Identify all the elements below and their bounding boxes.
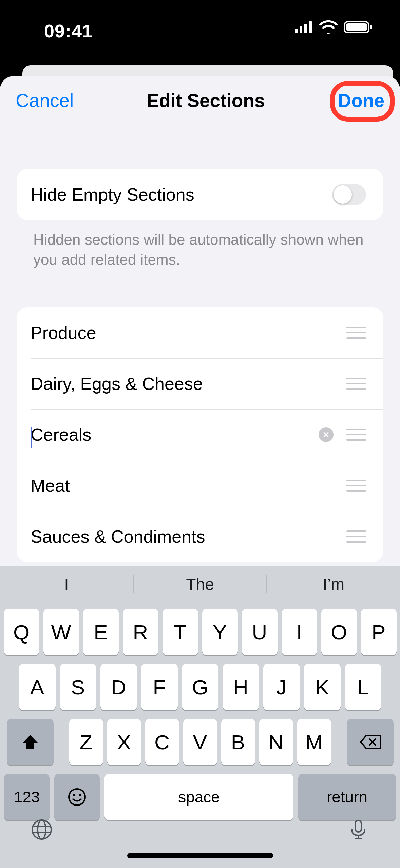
key-w[interactable]: W [43, 609, 79, 655]
status-time: 09:41 [44, 20, 93, 41]
drag-handle-icon[interactable] [346, 378, 366, 390]
nav-bar: Cancel Edit Sections Done [0, 76, 400, 111]
key-y[interactable]: Y [202, 609, 238, 655]
svg-rect-6 [370, 25, 372, 29]
key-c[interactable]: C [145, 719, 179, 765]
key-n[interactable]: N [259, 719, 293, 765]
section-row[interactable]: Dairy, Eggs & Cheese [17, 358, 383, 409]
prediction[interactable]: I [0, 575, 133, 594]
section-name-input[interactable] [31, 424, 319, 445]
drag-handle-icon[interactable] [346, 327, 366, 339]
key-f[interactable]: F [141, 664, 178, 710]
section-row[interactable]: Produce [17, 307, 383, 358]
svg-point-8 [73, 794, 75, 796]
prediction[interactable]: I’m [267, 575, 400, 594]
toggle-knob [334, 185, 352, 204]
text-cursor [31, 427, 32, 448]
key-i[interactable]: I [282, 609, 317, 655]
keyboard-row-2: A S D F G H J K L [3, 664, 397, 710]
section-name: Produce [31, 323, 346, 343]
status-icons [295, 20, 373, 34]
mic-icon[interactable] [347, 818, 369, 841]
key-h[interactable]: H [223, 664, 259, 710]
sections-list: Produce Dairy, Eggs & Cheese Meat Sau [17, 307, 383, 562]
svg-point-7 [69, 789, 85, 805]
svg-rect-1 [300, 26, 302, 33]
status-bar: 09:41 [0, 0, 400, 61]
home-indicator[interactable] [127, 853, 273, 858]
keyboard-row-1: Q W E R T Y U I O P [3, 609, 397, 655]
keyboard-row-3: Z X C V B N M [3, 719, 397, 765]
hide-empty-row[interactable]: Hide Empty Sections [17, 169, 383, 220]
svg-point-11 [38, 820, 46, 839]
section-row[interactable]: Meat [17, 460, 383, 511]
globe-icon[interactable] [31, 818, 53, 841]
cancel-button[interactable]: Cancel [16, 90, 74, 111]
svg-rect-3 [309, 21, 312, 33]
drag-handle-icon[interactable] [346, 530, 366, 543]
drag-handle-icon[interactable] [346, 429, 366, 441]
key-z[interactable]: Z [69, 719, 103, 765]
svg-point-9 [79, 794, 81, 796]
section-row-editing[interactable] [17, 409, 383, 460]
key-m[interactable]: M [297, 719, 331, 765]
shift-key[interactable] [7, 719, 54, 765]
hide-empty-hint: Hidden sections will be automatically sh… [17, 220, 383, 270]
key-k[interactable]: K [304, 664, 341, 710]
hide-empty-toggle[interactable] [332, 184, 366, 205]
svg-point-10 [32, 820, 51, 839]
key-d[interactable]: D [100, 664, 137, 710]
cellular-icon [295, 21, 313, 33]
svg-rect-0 [295, 29, 298, 33]
key-t[interactable]: T [163, 609, 198, 655]
wifi-icon [319, 20, 338, 34]
key-q[interactable]: Q [4, 609, 39, 655]
shift-icon [21, 734, 39, 751]
key-p[interactable]: P [361, 609, 397, 655]
drag-handle-icon[interactable] [346, 480, 366, 492]
page-title: Edit Sections [147, 90, 265, 111]
svg-rect-2 [304, 24, 307, 33]
prediction-bar: I The I’m [0, 566, 400, 602]
svg-rect-12 [355, 820, 361, 832]
key-x[interactable]: X [107, 719, 141, 765]
section-row[interactable]: Sauces & Condiments [17, 511, 383, 562]
key-o[interactable]: O [321, 609, 357, 655]
key-g[interactable]: G [182, 664, 218, 710]
section-name: Dairy, Eggs & Cheese [31, 374, 346, 394]
done-button[interactable]: Done [338, 90, 385, 111]
key-r[interactable]: R [123, 609, 158, 655]
keyboard: I The I’m Q W E R T Y U I O P A S D F G … [0, 566, 400, 868]
key-a[interactable]: A [19, 664, 56, 710]
clear-text-button[interactable] [319, 427, 334, 442]
close-icon [323, 431, 329, 438]
svg-rect-5 [346, 23, 367, 31]
key-j[interactable]: J [263, 664, 300, 710]
key-s[interactable]: S [60, 664, 96, 710]
key-e[interactable]: E [83, 609, 119, 655]
delete-key[interactable] [347, 719, 394, 765]
key-u[interactable]: U [242, 609, 278, 655]
prediction[interactable]: The [134, 575, 267, 594]
battery-icon [344, 20, 373, 34]
section-name: Meat [31, 475, 346, 496]
key-v[interactable]: V [183, 719, 217, 765]
delete-icon [359, 734, 381, 750]
key-b[interactable]: B [221, 719, 255, 765]
hide-empty-group: Hide Empty Sections [17, 169, 383, 220]
key-l[interactable]: L [345, 664, 381, 710]
hide-empty-label: Hide Empty Sections [31, 184, 332, 205]
section-name: Sauces & Condiments [31, 526, 346, 547]
